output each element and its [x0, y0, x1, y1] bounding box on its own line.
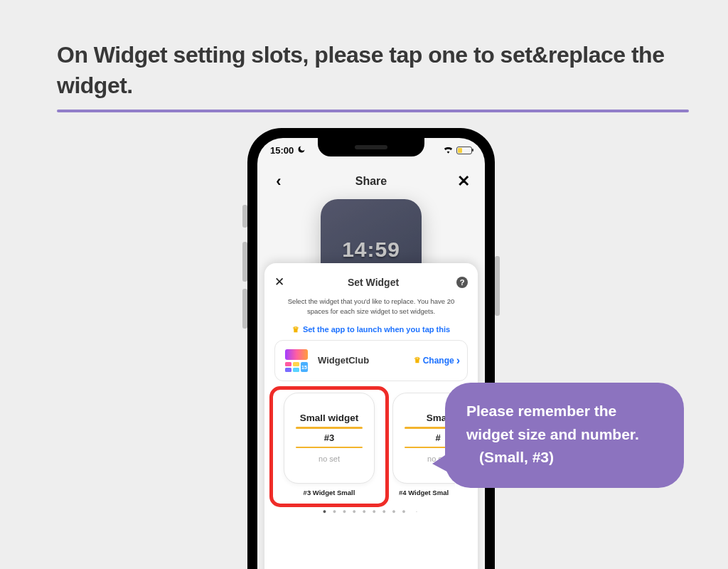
change-link[interactable]: ♛ Change › — [414, 355, 460, 366]
share-title: Share — [355, 175, 387, 188]
svg-text:15: 15 — [301, 365, 307, 370]
launch-app-card[interactable]: 15 WidgetClub ♛ Change › — [274, 340, 468, 381]
phone-screen: 15:00 ‹ Share ✕ 14:59 You shal — [257, 138, 485, 569]
svg-rect-5 — [293, 368, 299, 372]
bubble-line: Please remember the — [466, 400, 665, 423]
divider — [296, 447, 363, 449]
widget-time: 14:59 — [342, 238, 400, 262]
bubble-line: (Small, #3) — [466, 446, 665, 469]
launch-link-label: Set the app to launch when you tap this — [303, 325, 450, 334]
bubble-line: widget size and number. — [466, 423, 665, 447]
side-button — [495, 256, 500, 316]
svg-rect-2 — [285, 362, 291, 366]
crown-icon: ♛ — [414, 356, 421, 365]
close-icon[interactable]: ✕ — [454, 172, 473, 191]
slot-status: no set — [318, 454, 340, 463]
phone-notch — [318, 138, 424, 156]
wifi-icon — [443, 145, 454, 156]
instruction-text: On Widget setting slots, please tap one … — [57, 42, 664, 98]
slot-index: #3 — [324, 432, 334, 443]
page-instruction: On Widget setting slots, please tap one … — [57, 40, 689, 112]
side-button — [242, 289, 247, 329]
sheet-close-button[interactable]: ✕ — [274, 275, 290, 289]
do-not-disturb-icon — [297, 145, 306, 156]
launch-app-link[interactable]: ♛ Set the app to launch when you tap thi… — [274, 325, 468, 334]
help-icon[interactable]: ? — [456, 277, 468, 288]
battery-icon — [456, 147, 472, 154]
sheet-title: Set Widget — [348, 277, 399, 288]
side-button — [242, 242, 247, 282]
side-button — [242, 205, 247, 228]
slot-label: #3 Widget Small — [276, 489, 382, 496]
app-name: WidgetClub — [318, 355, 407, 366]
widget-slot-3[interactable]: Small widget #3 no set #3 Widget Small — [276, 393, 382, 501]
phone-frame: 15:00 ‹ Share ✕ 14:59 You shal — [247, 128, 495, 569]
status-time: 15:00 — [270, 145, 294, 156]
svg-rect-4 — [285, 368, 291, 372]
slot-index: # — [435, 432, 440, 443]
divider — [296, 427, 363, 429]
svg-rect-1 — [285, 349, 308, 360]
hint-bubble: Please remember the widget size and numb… — [445, 383, 684, 488]
widget-slots-row: Small widget #3 no set #3 Widget Small S… — [276, 393, 468, 501]
crown-icon: ♛ — [292, 325, 299, 334]
instruction-underline — [57, 110, 689, 112]
widgetclub-app-icon: 15 — [282, 346, 311, 375]
sheet-description: Select the widget that you'd like to rep… — [286, 297, 456, 317]
svg-rect-3 — [293, 362, 299, 366]
change-label: Change — [423, 356, 454, 366]
slot-label: #4 Widget Smal — [392, 489, 455, 496]
slot-size: Small widget — [300, 413, 359, 423]
chevron-right-icon: › — [456, 355, 460, 366]
page-indicator: ● ● ● ● ● ● ● ● ● · — [274, 508, 468, 515]
back-icon[interactable]: ‹ — [269, 172, 289, 191]
